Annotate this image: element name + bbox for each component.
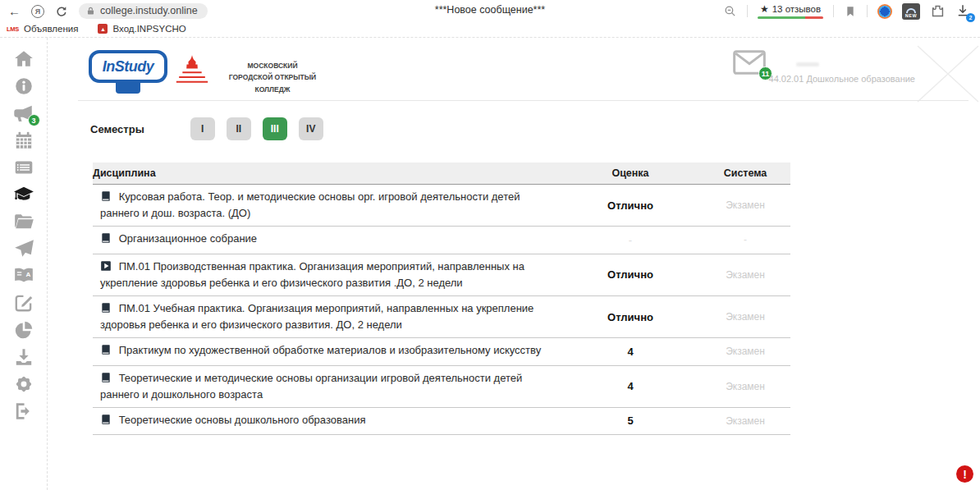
main-content: InStudy МОСКОВСКИЙ ГОРОДСКОЙ ОТКРЫТЫЙ КО… [48, 38, 980, 490]
graduation-cap-icon [13, 184, 34, 205]
table-header-row: Дисциплина Оценка Система [93, 163, 790, 185]
header-divider [78, 100, 969, 101]
info-icon [13, 76, 34, 97]
new-badge-label: NEW [905, 14, 917, 19]
sidebar-item-announcements[interactable]: 3 [13, 103, 34, 124]
column-header-system: Система [700, 163, 790, 184]
site-reviews-button[interactable]: ★ 13 отзывов [758, 3, 823, 19]
play-icon [100, 260, 112, 276]
gear-icon [13, 373, 34, 395]
extension-browser-icon[interactable] [877, 4, 892, 19]
sidebar-item-info[interactable] [13, 76, 34, 97]
reviews-rating-bar [758, 16, 823, 19]
refresh-icon[interactable] [55, 5, 68, 18]
inpsycho-favicon: ▲ [98, 24, 108, 34]
extension-icon[interactable] [930, 3, 946, 19]
semester-buttons: IIIIIIIV [190, 117, 323, 140]
discipline-name[interactable]: Теоретические основы дошкольного образов… [119, 414, 366, 426]
address-bar[interactable]: college.instudy.online [79, 3, 208, 19]
download-count-badge: 2 [966, 13, 975, 22]
college-name-line2: ГОРОДСКОЙ ОТКРЫТЫЙ КОЛЛЕДЖ [219, 71, 326, 95]
paper-plane-icon [13, 238, 34, 259]
sidebar-item-home[interactable] [13, 48, 34, 70]
grade-value: - [561, 234, 700, 246]
discipline-name[interactable]: Организационное собрание [119, 232, 257, 245]
discipline-name[interactable]: ПМ.01 Производственная практика. Организ… [100, 260, 524, 289]
book-icon [100, 232, 112, 248]
sidebar-item-files[interactable] [13, 211, 34, 232]
college-name-line1: МОСКОВСКИЙ [219, 60, 326, 71]
reviews-label: 13 отзывов [772, 4, 821, 14]
bookmark-item-inpsycho[interactable]: ▲ Вход.INPSYCHO [98, 24, 185, 34]
downloads-browser-button[interactable]: 2 [955, 3, 972, 20]
redacted-student-name [796, 62, 819, 66]
divider [867, 5, 868, 17]
kremlin-tower-icon [172, 53, 213, 94]
sidebar-item-logout[interactable] [13, 401, 34, 422]
system-value: Экзамен [700, 415, 790, 427]
semester-button-iv[interactable]: IV [299, 117, 323, 140]
semester-button-i[interactable]: I [190, 117, 215, 140]
calendar-icon [13, 130, 34, 151]
divider [747, 5, 748, 17]
bookmark-label: Объявления [24, 24, 79, 34]
semester-button-ii[interactable]: II [227, 117, 251, 140]
find-in-page-icon[interactable] [723, 4, 737, 18]
sidebar-item-statistics[interactable] [13, 319, 34, 341]
monitor-stand [116, 83, 140, 94]
table-row: Курсовая работа. Теор. и методические ос… [93, 185, 790, 227]
sidebar-item-education-active[interactable] [13, 184, 34, 205]
table-row: Теоретические основы дошкольного образов… [93, 408, 790, 435]
system-value: - [700, 234, 790, 245]
grade-value: 5 [561, 414, 700, 427]
discipline-name[interactable]: Теоретические и методические основы орга… [100, 372, 522, 401]
browser-toolbar: ← Я college.instudy.online ***Новое сооб… [0, 0, 980, 22]
translation-book-icon: A [13, 265, 34, 286]
sidebar-item-compose[interactable] [13, 292, 34, 314]
grade-value: Отлично [561, 311, 700, 323]
discipline-name[interactable]: Курсовая работа. Теор. и методические ос… [100, 190, 520, 219]
system-value: Экзамен [700, 346, 790, 357]
divider [833, 5, 834, 17]
system-value: Экзамен [700, 381, 790, 392]
sidebar-item-dictionary[interactable]: A [13, 265, 34, 286]
table-body: Курсовая работа. Теор. и методические ос… [93, 185, 790, 435]
photo-placeholder-x [916, 44, 980, 103]
logout-icon [13, 401, 34, 422]
sidebar-item-news[interactable] [13, 157, 34, 178]
discipline-name[interactable]: ПМ.01 Учебная практика. Организация меро… [100, 302, 534, 331]
book-icon [100, 414, 112, 429]
college-logo: МОСКОВСКИЙ ГОРОДСКОЙ ОТКРЫТЫЙ КОЛЛЕДЖ [172, 53, 326, 95]
bookmark-icon[interactable] [844, 5, 857, 18]
system-value: Экзамен [700, 311, 790, 323]
column-header-grade: Оценка [561, 163, 700, 184]
program-title: 44.02.01 Дошкольное образование [769, 74, 915, 84]
book-icon [100, 372, 112, 387]
bookmarks-bar: LMS Объявления ▲ Вход.INPSYCHO [0, 22, 980, 38]
sidebar-item-calendar[interactable] [13, 130, 34, 151]
bookmark-item-announcements[interactable]: LMS Объявления [7, 24, 78, 34]
home-icon [13, 48, 34, 70]
browser-menu-icon[interactable]: Я [31, 5, 44, 18]
bookmark-label: Вход.INPSYCHO [112, 24, 185, 34]
sidebar-item-downloads[interactable] [13, 346, 34, 368]
star-icon: ★ [760, 3, 769, 15]
mail-button[interactable]: 11 [733, 50, 766, 76]
error-indicator[interactable]: ! [956, 465, 973, 483]
sidebar-nav: 3 A [0, 38, 48, 490]
svg-text:A: A [25, 271, 30, 278]
sidebar-item-messages[interactable] [13, 238, 34, 259]
instudy-logo[interactable]: InStudy [89, 50, 167, 94]
semesters-block: Семестры IIIIIIIV [90, 117, 323, 140]
semester-button-iii[interactable]: III [263, 117, 287, 140]
semesters-label: Семестры [90, 123, 144, 135]
back-icon[interactable]: ← [8, 5, 21, 17]
extension-new-icon[interactable]: NEW [902, 3, 920, 20]
grades-table: Дисциплина Оценка Система Курсовая работ… [93, 163, 790, 435]
grade-value: 4 [561, 380, 700, 392]
lms-favicon: LMS [7, 25, 19, 33]
discipline-name[interactable]: Практикум по художественной обработке ма… [119, 344, 542, 356]
lock-icon [85, 6, 96, 16]
grade-value: Отлично [561, 199, 700, 212]
sidebar-item-settings[interactable] [13, 373, 34, 395]
